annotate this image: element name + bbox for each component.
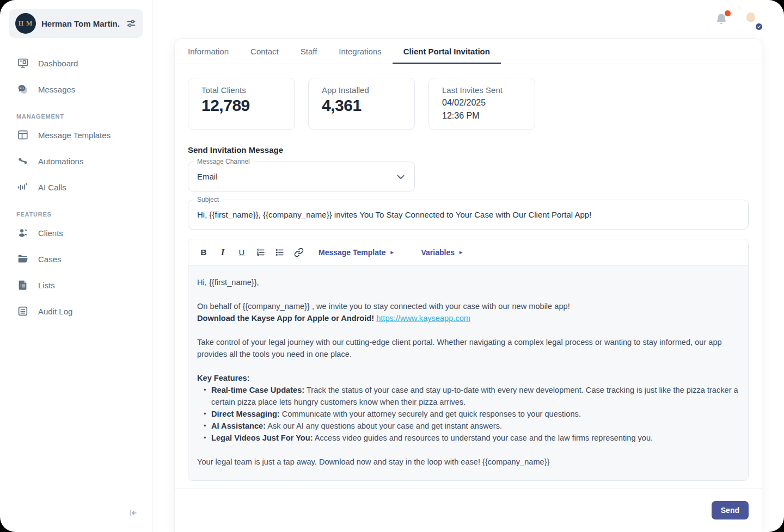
tab-contact[interactable]: Contact (240, 39, 290, 64)
sidebar-nav: Dashboard Messages MANAGEMENT Message Te… (9, 50, 143, 324)
tab-staff[interactable]: Staff (290, 39, 328, 64)
sidebar-item-label: Lists (38, 281, 55, 290)
stat-label: Last Invites Sent (442, 85, 522, 95)
stat-label: Total Clients (201, 85, 281, 95)
features-list: Real-time Case Updates: Track the status… (197, 384, 739, 444)
feature-item: Legal Videos Just For You: Access video … (204, 432, 739, 444)
bullet-list-button[interactable] (273, 245, 287, 259)
stat-value: 12,789 (201, 96, 281, 115)
tab-bar: Information Contact Staff Integrations C… (175, 39, 762, 64)
message-template-menu[interactable]: Message Template ▸ (318, 248, 394, 257)
sidebar-item-label: Messages (38, 85, 75, 94)
sidebar-item-messages[interactable]: Messages (9, 76, 143, 102)
sidebar-item-audit-log[interactable]: Audit Log (9, 298, 143, 324)
sidebar-item-message-templates[interactable]: Message Templates (9, 122, 143, 148)
subject-input[interactable]: Subject Hi, {{first_name}}, {{company_na… (188, 200, 749, 230)
firm-logo-avatar: H M (15, 13, 36, 34)
sidebar-item-ai-calls[interactable]: AI Calls (9, 174, 143, 200)
send-invitation-heading: Send Invitation Message (188, 145, 749, 154)
dashboard-icon (16, 57, 29, 70)
account-name: Herman Tom Martin... (41, 19, 120, 28)
stats-row: Total Clients 12,789 App Installed 4,361… (188, 78, 749, 130)
verified-badge-icon (755, 22, 763, 31)
topbar (174, 0, 762, 38)
italic-button[interactable]: I (216, 245, 230, 259)
feature-item: Direct Messaging: Communicate with your … (204, 408, 739, 420)
sidebar-collapse-icon[interactable] (128, 508, 138, 518)
bold-button[interactable]: B (197, 245, 211, 259)
chevron-down-icon (395, 171, 407, 183)
clients-icon (16, 227, 29, 239)
message-channel-value: Email (197, 172, 390, 181)
sidebar-section-features: FEATURES (16, 211, 143, 218)
closing-line: Your legal team is just a tap away. Down… (197, 456, 739, 468)
variables-label: Variables (421, 248, 455, 257)
greeting-line: Hi, {{first_name}}, (197, 276, 739, 288)
send-button[interactable]: Send (712, 501, 749, 519)
sidebar-item-label: Message Templates (38, 131, 111, 140)
sidebar-section-management: MANAGEMENT (16, 113, 143, 120)
subject-value: Hi, {{first_name}}, {{company_name}} inv… (197, 210, 724, 219)
underline-button[interactable]: U (235, 245, 249, 259)
sidebar-item-cases[interactable]: Cases (9, 246, 143, 272)
stat-label: App Installed (322, 85, 401, 95)
message-editor: B I U Message Template (188, 239, 749, 481)
sidebar-item-label: Clients (38, 228, 63, 238)
feature-item: AI Assistance: Ask our AI any questions … (204, 420, 739, 432)
notification-dot (725, 10, 731, 16)
message-template-label: Message Template (318, 248, 385, 257)
ordered-list-button[interactable] (254, 245, 268, 259)
editor-content[interactable]: Hi, {{first_name}}, On behalf of {{compa… (188, 265, 748, 480)
download-bold: Download the Kayse App for Apple or Andr… (197, 314, 374, 323)
card-footer: Send (175, 488, 762, 532)
sidebar: H M Herman Tom Martin... Dashboard Messa… (0, 0, 152, 532)
account-switcher[interactable]: H M Herman Tom Martin... (9, 9, 143, 38)
sidebar-item-label: Cases (38, 255, 62, 264)
tab-client-portal-invitation[interactable]: Client Portal Invitation (393, 39, 501, 64)
tab-content: Total Clients 12,789 App Installed 4,361… (175, 64, 762, 488)
caret-right-icon: ▸ (460, 249, 462, 255)
app-window: H M Herman Tom Martin... Dashboard Messa… (0, 0, 784, 532)
feature-item: Real-time Case Updates: Track the status… (204, 384, 739, 408)
tab-information[interactable]: Information (177, 39, 240, 64)
sidebar-item-lists[interactable]: Lists (9, 272, 143, 298)
tab-integrations[interactable]: Integrations (328, 39, 392, 64)
stat-time: 12:36 PM (442, 109, 522, 122)
invite-line: On behalf of {{company_name}} , we invit… (197, 300, 739, 312)
download-line: Download the Kayse App for Apple or Andr… (197, 312, 739, 324)
account-settings-sliders-icon[interactable] (126, 18, 137, 29)
message-channel-label: Message Channel (194, 158, 253, 165)
client-portal-card: Information Contact Staff Integrations C… (174, 38, 762, 532)
caret-right-icon: ▸ (390, 249, 393, 255)
stat-date: 04/02/2025 (442, 96, 522, 109)
stat-value: 4,361 (322, 96, 401, 115)
audit-log-icon (16, 305, 29, 318)
stat-app-installed: App Installed 4,361 (308, 78, 415, 130)
ai-calls-icon (16, 181, 29, 194)
variables-menu[interactable]: Variables ▸ (421, 248, 463, 257)
editor-toolbar: B I U Message Template (188, 239, 748, 265)
sidebar-item-automations[interactable]: Automations (9, 148, 143, 174)
stat-last-invites-sent: Last Invites Sent 04/02/2025 12:36 PM (428, 78, 535, 130)
user-avatar[interactable] (739, 8, 762, 30)
lists-icon (16, 279, 29, 292)
messages-icon (16, 83, 29, 96)
link-button[interactable] (292, 245, 306, 259)
sidebar-item-label: Dashboard (38, 59, 78, 68)
sidebar-item-label: Audit Log (38, 307, 72, 316)
kayseapp-link[interactable]: https://www.kayseapp.com (376, 314, 470, 323)
message-channel-select[interactable]: Message Channel Email (188, 162, 415, 191)
sidebar-item-label: Automations (38, 157, 83, 166)
cases-icon (16, 253, 29, 265)
automations-icon (16, 155, 29, 168)
sidebar-item-dashboard[interactable]: Dashboard (9, 50, 143, 76)
stat-total-clients: Total Clients 12,789 (188, 78, 295, 130)
subject-label: Subject (194, 196, 222, 203)
key-features-title: Key Features: (197, 372, 739, 384)
notifications-bell-icon[interactable] (714, 12, 728, 26)
templates-icon (16, 129, 29, 141)
take-control-paragraph: Take control of your legal journey with … (197, 336, 739, 360)
sidebar-item-clients[interactable]: Clients (9, 220, 143, 246)
main-area: Information Contact Staff Integrations C… (152, 0, 784, 532)
sidebar-item-label: AI Calls (38, 183, 66, 192)
